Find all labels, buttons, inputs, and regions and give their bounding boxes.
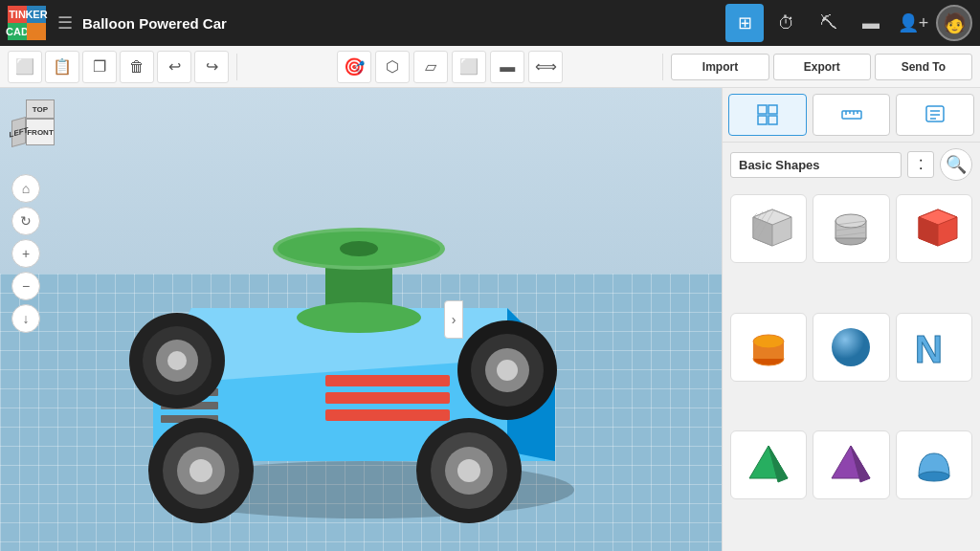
shapes-search-button[interactable]: 🔍 bbox=[940, 148, 972, 181]
grid-view-button[interactable]: ⊞ bbox=[725, 4, 764, 42]
import-button[interactable]: Import bbox=[671, 54, 768, 80]
topbar-right: ⊞ ⏱ ⛏ ▬ 👤+ 🧑 bbox=[725, 4, 972, 42]
redo-tool[interactable]: ↪ bbox=[194, 51, 229, 83]
select-tool[interactable]: ⬜ bbox=[8, 51, 42, 83]
3d-viewport[interactable]: TOP FRONT LEFT ⌂ ↻ + − ↓ › bbox=[0, 88, 722, 551]
text-n-shape-item[interactable]: N bbox=[896, 313, 972, 382]
pyramid-purple-shape-item[interactable] bbox=[813, 430, 889, 499]
logo-cad: CAD bbox=[8, 23, 27, 40]
cube-front-face: FRONT bbox=[26, 119, 55, 145]
svg-point-58 bbox=[835, 214, 866, 228]
sphere-blue-shape-item[interactable] bbox=[813, 313, 889, 382]
svg-rect-4 bbox=[325, 375, 450, 386]
logo-tin: TIN bbox=[8, 6, 27, 23]
right-panel: Basic Shapes ⁚ 🔍 bbox=[722, 88, 980, 551]
duplicate-tool[interactable]: ❐ bbox=[82, 51, 117, 83]
toolbar-divider-2 bbox=[662, 54, 663, 80]
topbar: TIN KER CAD ☰ Balloon Powered Car ⊞ ⏱ ⛏ … bbox=[0, 0, 980, 46]
add-person-button[interactable]: 👤+ bbox=[894, 4, 932, 42]
toolbar: ⬜ 📋 ❐ 🗑 ↩ ↪ 🎯 ⬡ ▱ ⬜ ▬ ⟺ Import Export Se… bbox=[0, 46, 980, 88]
shapes-header: Basic Shapes ⁚ 🔍 bbox=[723, 143, 980, 187]
svg-rect-5 bbox=[325, 392, 450, 404]
tools-button[interactable]: ⛏ bbox=[810, 4, 848, 42]
cube-top-face: TOP bbox=[26, 99, 55, 119]
svg-point-34 bbox=[340, 241, 378, 256]
svg-point-35 bbox=[297, 302, 421, 333]
shapes-sort-button[interactable]: ⁚ bbox=[907, 151, 934, 178]
toolbar-divider-1 bbox=[236, 54, 237, 80]
zoom-in-button[interactable]: + bbox=[11, 239, 40, 268]
shapes-category-title[interactable]: Basic Shapes bbox=[730, 152, 902, 178]
logo-extra bbox=[27, 23, 46, 40]
svg-rect-38 bbox=[758, 116, 767, 124]
cutout-tool[interactable]: ⬜ bbox=[452, 51, 486, 83]
cube-left-face: LEFT bbox=[11, 117, 26, 147]
box-shape-item[interactable] bbox=[730, 194, 807, 263]
cylinder-orange-shape-item[interactable] bbox=[730, 313, 807, 382]
blocks-button[interactable]: ▬ bbox=[852, 4, 890, 42]
export-button[interactable]: Export bbox=[773, 54, 871, 80]
car-scene-svg bbox=[0, 88, 722, 551]
halfcylinder-teal-shape-item[interactable] bbox=[896, 430, 972, 499]
zoom-out-button[interactable]: − bbox=[11, 272, 40, 300]
svg-point-30 bbox=[497, 360, 518, 381]
tinkercad-logo[interactable]: TIN KER CAD bbox=[8, 6, 46, 40]
panel-collapse-button[interactable]: › bbox=[444, 300, 463, 339]
viewport-tool[interactable]: ⬡ bbox=[375, 51, 410, 83]
edit-tools: ⬜ 📋 ❐ 🗑 ↩ ↪ bbox=[8, 51, 229, 83]
mirror-tool[interactable]: ⟺ bbox=[528, 51, 563, 83]
align-tool[interactable]: ▬ bbox=[490, 51, 524, 83]
svg-point-67 bbox=[753, 335, 784, 348]
project-title[interactable]: Balloon Powered Car bbox=[82, 15, 720, 32]
undo-tool[interactable]: ↩ bbox=[157, 51, 191, 83]
camera-center-tool[interactable]: 🎯 bbox=[337, 51, 371, 83]
home-nav-button[interactable]: ⌂ bbox=[11, 174, 40, 203]
svg-point-22 bbox=[457, 459, 480, 482]
paste-tool[interactable]: 📋 bbox=[45, 51, 79, 83]
svg-point-18 bbox=[189, 459, 212, 482]
svg-point-74 bbox=[919, 472, 949, 481]
logo-ker: KER bbox=[27, 6, 46, 23]
svg-rect-36 bbox=[758, 105, 767, 114]
svg-point-68 bbox=[832, 328, 870, 366]
timer-button[interactable]: ⏱ bbox=[768, 4, 806, 42]
main-area: TOP FRONT LEFT ⌂ ↻ + − ↓ › bbox=[0, 88, 980, 551]
avatar[interactable]: 🧑 bbox=[936, 5, 972, 41]
svg-rect-39 bbox=[768, 116, 777, 124]
fit-view-button[interactable]: ↓ bbox=[11, 304, 40, 333]
svg-rect-40 bbox=[842, 111, 861, 119]
orbit-nav-button[interactable]: ↻ bbox=[11, 207, 40, 235]
svg-rect-6 bbox=[325, 409, 450, 421]
delete-tool[interactable]: 🗑 bbox=[120, 51, 154, 83]
shapes-grid: N bbox=[723, 187, 980, 551]
notes-panel-tool[interactable] bbox=[896, 94, 974, 136]
box-red-shape-item[interactable] bbox=[896, 194, 972, 263]
ruler-panel-tool[interactable] bbox=[813, 94, 891, 136]
panel-tools-row bbox=[723, 88, 980, 143]
svg-rect-37 bbox=[768, 105, 777, 114]
grid-panel-tool[interactable] bbox=[728, 94, 807, 136]
svg-point-26 bbox=[167, 351, 187, 370]
svg-text:N: N bbox=[915, 328, 943, 370]
shape2d-tool[interactable]: ▱ bbox=[413, 51, 448, 83]
pyramid-green-shape-item[interactable] bbox=[730, 430, 807, 499]
project-document-icon: ☰ bbox=[57, 12, 73, 33]
sendto-button[interactable]: Send To bbox=[875, 54, 972, 80]
navigation-buttons: ⌂ ↻ + − ↓ bbox=[11, 174, 40, 333]
cylinder-gray-shape-item[interactable] bbox=[813, 194, 889, 263]
orientation-cube[interactable]: TOP FRONT LEFT bbox=[11, 99, 69, 157]
